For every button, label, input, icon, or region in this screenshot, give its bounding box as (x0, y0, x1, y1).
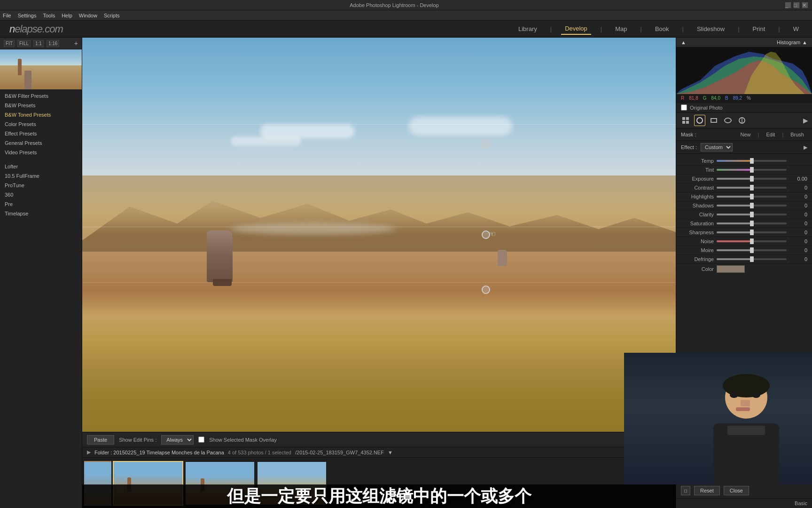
temp-label: Temp (681, 158, 714, 164)
menu-settings[interactable]: Settings (18, 13, 37, 18)
svg-point-6 (725, 118, 731, 123)
nav-map[interactable]: Map (611, 24, 631, 34)
filter-pin-2[interactable]: ☜ (482, 230, 490, 239)
paste-button[interactable]: Paste (87, 435, 114, 444)
right-expand-arrow[interactable]: ▶ (803, 117, 808, 124)
cloud-2 (231, 136, 301, 146)
panel-icon-btn[interactable]: □ (681, 486, 690, 495)
preset-bw[interactable]: B&W Presets (0, 101, 82, 110)
preset-bw-filter[interactable]: B&W Filter Presets (0, 91, 82, 101)
preset-bw-toned[interactable]: B&W Toned Presets (0, 110, 82, 119)
menu-file[interactable]: File (3, 13, 11, 18)
fill-btn[interactable]: FILL (17, 40, 31, 47)
slider-noise: Noise 0 (676, 237, 812, 246)
menu-scripts[interactable]: Scripts (104, 13, 120, 18)
filename[interactable]: /2015-02-25_183159_GW7_4352.NEF (295, 450, 384, 455)
color-swatch[interactable] (717, 265, 745, 273)
noise-thumb[interactable] (750, 238, 754, 244)
fit-btn[interactable]: FIT (4, 40, 15, 47)
preset-color[interactable]: Color Presets (0, 119, 82, 129)
effect-select[interactable]: Custom (701, 143, 733, 151)
reset-button[interactable]: Reset (694, 486, 720, 495)
filter-pin-3[interactable] (482, 286, 490, 294)
shadows-fill (717, 205, 752, 206)
exposure-thumb[interactable] (750, 176, 754, 182)
sub-fullframe[interactable]: 10.5 FullFrame (0, 171, 82, 181)
nav-slideshow[interactable]: Slideshow (693, 24, 728, 34)
photo-canvas[interactable]: ☜ (82, 38, 676, 432)
menu-window[interactable]: Window (79, 13, 97, 18)
mask-overlay-checkbox[interactable] (198, 437, 204, 443)
preset-video[interactable]: Video Presets (0, 148, 82, 157)
slider-clarity: Clarity 0 (676, 210, 812, 219)
mask-icon-circle[interactable] (694, 115, 705, 126)
slider-shadows: Shadows 0 (676, 201, 812, 210)
nav-web[interactable]: W (789, 24, 803, 34)
preset-general[interactable]: General Presets (0, 138, 82, 148)
nav-print[interactable]: Print (749, 24, 769, 34)
tint-track[interactable] (717, 169, 787, 171)
exposure-track[interactable] (717, 178, 787, 180)
nav-develop[interactable]: Develop (561, 23, 591, 35)
clarity-track[interactable] (717, 214, 787, 215)
defringe-track[interactable] (717, 258, 787, 260)
sharpness-thumb[interactable] (750, 230, 754, 235)
mask-icon-half[interactable] (736, 115, 748, 126)
orig-photo-checkbox[interactable] (681, 104, 687, 111)
contrast-thumb[interactable] (750, 185, 754, 190)
saturation-track[interactable] (717, 222, 787, 224)
distant-rock (498, 250, 507, 266)
temp-thumb[interactable] (750, 158, 754, 164)
mask-icon-grid[interactable] (680, 115, 691, 126)
filter-pin-1[interactable] (482, 140, 490, 148)
defringe-thumb[interactable] (750, 256, 754, 262)
mask-new-btn[interactable]: New (737, 130, 754, 139)
svg-rect-5 (711, 119, 717, 122)
always-select[interactable]: Always (161, 435, 194, 444)
filmstrip-top: ▶ Folder : 20150225_19 Timelapse Monches… (82, 447, 676, 458)
sub-lofter[interactable]: Lofter (0, 162, 82, 171)
menu-help[interactable]: Help (62, 13, 72, 18)
histogram-section: ▲ Histogram ▲ R 81,8 G (676, 38, 812, 103)
minimize-btn[interactable]: _ (785, 2, 791, 8)
saturation-thumb[interactable] (750, 221, 754, 226)
shadows-thumb[interactable] (750, 203, 754, 208)
sharpness-track[interactable] (717, 231, 787, 233)
clarity-thumb[interactable] (750, 212, 754, 217)
temp-track[interactable] (717, 160, 787, 162)
close-button[interactable]: Close (724, 486, 749, 495)
mask-edit-btn[interactable]: Edit (763, 130, 778, 139)
1to1-btn[interactable]: 1:1 (33, 40, 44, 47)
tint-thumb[interactable] (750, 167, 754, 173)
histogram-right-arrow[interactable]: ▲ (802, 40, 807, 45)
add-preset-btn[interactable]: + (74, 40, 78, 47)
moire-track[interactable] (717, 249, 787, 251)
exposure-value: 0.00 (789, 176, 807, 182)
g-label: G (703, 95, 707, 101)
menu-tools[interactable]: Tools (43, 13, 55, 18)
nav-library[interactable]: Library (515, 24, 541, 34)
contrast-track[interactable] (717, 187, 787, 189)
noise-track[interactable] (717, 240, 787, 242)
percent-suffix: % (747, 95, 751, 101)
ratio-btn[interactable]: 1:16 (47, 40, 59, 47)
close-btn[interactable]: ✕ (802, 2, 808, 8)
thumbnail-preview[interactable] (0, 49, 82, 89)
maximize-btn[interactable]: □ (793, 2, 800, 8)
highlights-track[interactable] (717, 196, 787, 198)
moire-thumb[interactable] (750, 247, 754, 253)
sub-timelapse[interactable]: Timelapse (0, 209, 82, 218)
preset-effect[interactable]: Effect Presets (0, 129, 82, 138)
sub-pre[interactable]: Pre (0, 199, 82, 209)
highlights-thumb[interactable] (750, 194, 754, 199)
sub-protune[interactable]: ProTune (0, 181, 82, 190)
mask-icon-oval[interactable] (722, 115, 734, 126)
mask-icon-rect[interactable] (708, 115, 719, 126)
mask-brush-btn[interactable]: Brush (787, 130, 807, 139)
histogram-left-arrow[interactable]: ▲ (681, 40, 686, 45)
orig-photo-label: Original Photo (690, 105, 723, 111)
salt-flat (231, 223, 395, 235)
sub-360[interactable]: 360 (0, 190, 82, 199)
nav-book[interactable]: Book (651, 24, 673, 34)
shadows-track[interactable] (717, 205, 787, 206)
